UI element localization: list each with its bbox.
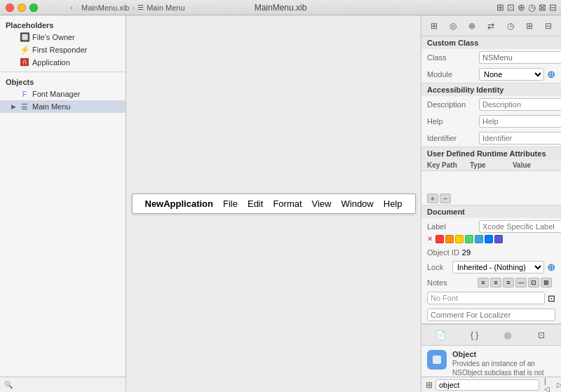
toolbar-icon-6[interactable]: ⊟ [549,2,557,13]
font-manager-icon: F [20,89,29,99]
class-input[interactable] [479,51,561,64]
lib-item-object[interactable]: Object Provides an instance of an NSObje… [421,346,561,377]
search-input[interactable] [439,381,536,389]
document-section: Document Label ✕ Object ID [421,205,561,324]
toolbar-icon-4[interactable]: ◷ [528,2,536,13]
notes-btn-1[interactable]: ≡ [478,278,489,288]
inspector-tab-7[interactable]: ⊟ [541,19,555,33]
user-defined-header: User Defined Runtime Attributes [421,147,561,160]
bottom-grid-icon[interactable]: ⊞ [426,380,433,390]
notes-btn-5[interactable]: ⊡ [528,278,539,288]
remove-attribute-btn[interactable]: − [440,194,451,203]
inspector-tab-3[interactable]: ⊕ [465,19,479,33]
object-id-row: Object ID 29 [421,246,561,259]
description-label: Description [427,100,476,109]
notes-btn-3[interactable]: ≡ [503,278,514,288]
comment-input[interactable] [427,309,555,321]
module-select[interactable]: None [479,68,544,81]
col-keypath: Key Path [427,161,470,169]
description-input[interactable] [479,98,561,111]
lock-select[interactable]: Inherited - (Nothing) [452,261,544,273]
window-controls[interactable] [6,4,38,12]
module-add-btn[interactable]: ⊕ [547,69,555,80]
prev-btn[interactable]: |◁ [542,377,552,393]
menu-item-3[interactable]: Format [269,197,306,210]
files-owner-label: File's Owner [32,33,75,41]
tree-item-application[interactable]: 🅰 Application [0,56,126,69]
filter-input[interactable] [15,381,121,389]
object-id-label: Object ID [427,248,459,257]
maximize-button[interactable] [29,4,38,12]
inspector-tab-6[interactable]: ⊞ [522,19,536,33]
accessibility-section: Accessibility Identity Description Help … [421,83,561,147]
swatch-orange[interactable] [445,235,454,243]
bottom-bar: ⊞ |◁ ▷| [421,377,561,392]
tree-item-first-responder[interactable]: ⚡ First Responder [0,43,126,56]
doc-label-label: Label [427,222,476,231]
font-placeholder: No Font [431,294,458,302]
menu-item-1[interactable]: File [219,197,242,210]
font-manager-label: Font Manager [32,90,80,98]
comment-row [421,306,561,323]
font-display: No Font [427,292,545,304]
lock-arrow[interactable]: ⊕ [547,262,555,273]
tree-item-main-menu[interactable]: ▶ ☰ Main Menu [0,100,126,113]
main-menu-icon: ☰ [20,102,29,111]
add-remove-row: + − [421,192,561,205]
nav-back[interactable]: ‹ [70,3,73,13]
breadcrumb-file[interactable]: MainMenu.xib [81,4,129,12]
font-btn[interactable]: ⊡ [548,293,555,304]
swatch-light-blue[interactable] [475,235,483,243]
toolbar-icon-2[interactable]: ⊡ [507,2,515,13]
close-button[interactable] [6,4,14,12]
notes-btn-2[interactable]: ≡ [490,278,501,288]
main-menu-label: Main Menu [32,102,70,111]
lib-tab-4[interactable]: ⊡ [534,328,548,342]
doc-label-input[interactable] [479,220,561,233]
swatch-green[interactable] [465,235,473,243]
nav-forward[interactable]: › [76,3,79,13]
application-icon: 🅰 [20,58,29,67]
object-library-list: Object Provides an instance of an NSObje… [421,346,561,377]
user-defined-section: User Defined Runtime Attributes Key Path… [421,147,561,205]
swatch-blue[interactable] [485,235,493,243]
breadcrumb-item[interactable]: Main Menu [147,4,184,12]
swatch-red[interactable] [435,235,444,243]
lib-tab-2[interactable]: { } [468,328,482,342]
identifier-label: Identifier [427,134,476,142]
toolbar-icon-5[interactable]: ⊠ [539,2,546,13]
application-label: Application [32,58,70,67]
help-row: Help [421,113,561,130]
tree-item-font-manager[interactable]: F Font Manager [0,88,126,100]
notes-btn-4[interactable]: — [515,278,527,288]
minimize-button[interactable] [18,4,26,12]
lib-tab-1[interactable]: 📄 [434,328,448,342]
swatch-purple[interactable] [494,235,503,243]
toolbar-icon-3[interactable]: ⊕ [518,2,525,13]
menu-item-6[interactable]: Help [379,197,407,210]
identifier-input[interactable] [479,132,561,144]
tree-item-files-owner[interactable]: 🔲 File's Owner [0,31,126,43]
help-input[interactable] [479,115,561,128]
next-btn[interactable]: ▷| [555,380,561,389]
menu-item-5[interactable]: Window [337,197,378,210]
inspector-tab-1[interactable]: ⊞ [427,19,441,33]
menu-item-2[interactable]: Edit [243,197,267,210]
inspector-tab-4[interactable]: ⇄ [484,19,498,33]
expand-icon-5: ▶ [11,103,18,110]
notes-btn-6[interactable]: ⊠ [541,278,552,288]
menu-item-4[interactable]: View [308,197,336,210]
left-panel-content: Placeholders 🔲 File's Owner ⚡ First Resp… [0,15,126,377]
inspector-tab-2[interactable]: ◎ [446,19,460,33]
first-responder-icon: ⚡ [20,45,29,55]
toolbar-icon-1[interactable]: ⊞ [496,2,504,13]
inspector-tab-5[interactable]: ◷ [503,19,518,33]
identifier-row: Identifier [421,130,561,147]
swatch-yellow[interactable] [455,235,464,243]
lib-tab-3[interactable]: ◎ [501,328,515,342]
menu-item-0[interactable]: NewApplication [141,197,218,210]
search-box [435,379,539,391]
font-row: No Font ⊡ [421,290,561,306]
table-empty-area [421,171,561,192]
add-attribute-btn[interactable]: + [427,194,438,203]
